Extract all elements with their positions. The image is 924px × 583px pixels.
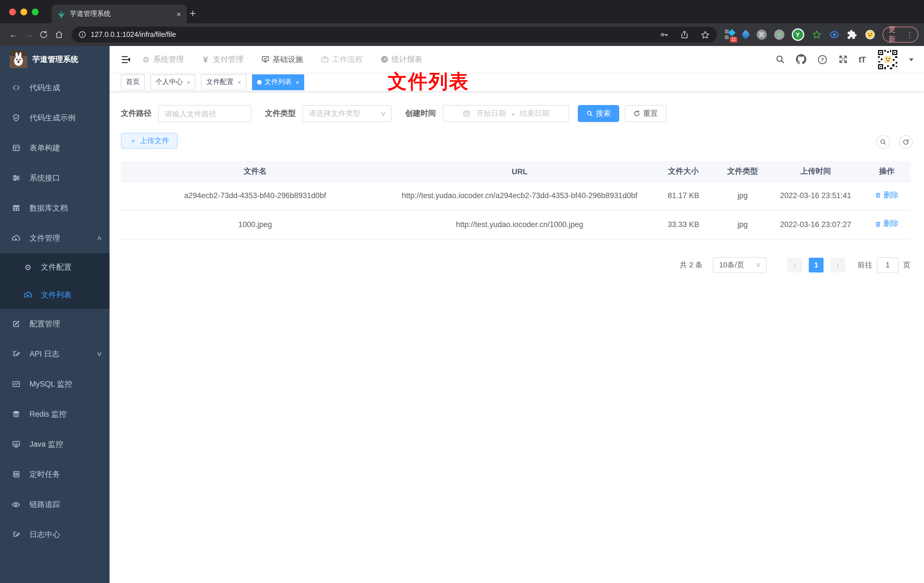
github-icon[interactable] bbox=[796, 54, 807, 65]
extensions-puzzle-icon[interactable] bbox=[846, 30, 857, 40]
tab-close-icon[interactable]: × bbox=[177, 9, 181, 18]
tag-label: 文件列表 bbox=[264, 77, 292, 87]
log-edit-icon bbox=[12, 530, 20, 539]
sidebar-item-db-doc[interactable]: 数据库文档 bbox=[0, 193, 109, 223]
extension-kite-icon[interactable] bbox=[741, 30, 750, 40]
bookmark-star-icon[interactable] bbox=[700, 30, 710, 40]
sidebar-item-code-gen-demo[interactable]: 代码生成示例 bbox=[0, 103, 109, 133]
browser-menu-dots-icon[interactable]: ⋮ bbox=[906, 30, 913, 39]
sidebar-item-file-management[interactable]: 文件管理 ∧ bbox=[0, 223, 109, 253]
sidebar-item-redis-monitor[interactable]: Redis 监控 bbox=[0, 399, 109, 429]
top-menu-reports[interactable]: 统计报表 bbox=[380, 54, 422, 64]
forward-icon[interactable]: → bbox=[21, 30, 36, 40]
cell-upload-time: 2022-03-16 23:07:27 bbox=[768, 211, 863, 239]
minimize-window-button[interactable] bbox=[20, 8, 27, 15]
prev-page-icon[interactable]: ‹ bbox=[787, 258, 802, 273]
sidebar-item-label: 文件配置 bbox=[41, 262, 71, 272]
delete-button[interactable]: 删除 bbox=[875, 218, 899, 230]
extension-star-icon[interactable] bbox=[811, 30, 822, 40]
sidebar-item-file-config[interactable]: ⚙ 文件配置 bbox=[0, 253, 109, 281]
home-icon[interactable] bbox=[52, 30, 67, 39]
window-controls bbox=[9, 8, 39, 15]
new-tab-button[interactable]: ＋ bbox=[187, 7, 198, 18]
search-icon[interactable] bbox=[775, 55, 785, 64]
avatar-caret-icon[interactable]: ▾ bbox=[909, 56, 914, 63]
close-window-button[interactable] bbox=[9, 8, 16, 15]
toggle-search-icon[interactable] bbox=[876, 135, 890, 149]
avatar[interactable] bbox=[876, 48, 899, 71]
reload-icon[interactable] bbox=[36, 30, 52, 39]
goto-page-input[interactable] bbox=[877, 257, 898, 273]
back-icon[interactable]: ← bbox=[6, 30, 21, 40]
address-bar[interactable]: 127.0.0.1:1024/infra/file/file bbox=[71, 27, 716, 43]
fullscreen-icon[interactable] bbox=[838, 55, 848, 64]
cloud-upload-icon bbox=[23, 291, 32, 299]
chart-icon bbox=[12, 380, 20, 388]
top-menu-infrastructure[interactable]: 基础设施 bbox=[261, 54, 303, 64]
sidebar-item-system-api[interactable]: 系统接口 bbox=[0, 163, 109, 193]
help-icon[interactable]: ? bbox=[817, 54, 828, 64]
logo-rabbit-image bbox=[10, 51, 27, 68]
chevron-down-icon: ∨ bbox=[96, 350, 103, 358]
delete-button[interactable]: 删除 bbox=[875, 190, 899, 201]
sidebar-item-code-gen[interactable]: 代码生成 bbox=[0, 73, 109, 103]
page-number-button[interactable]: 1 bbox=[809, 258, 823, 273]
sidebar-item-form-builder[interactable]: 表单构建 bbox=[0, 133, 109, 163]
zoom-window-button[interactable] bbox=[32, 8, 39, 15]
monitor-bars-icon bbox=[12, 440, 20, 449]
tag-file-config[interactable]: 文件配置 × bbox=[201, 74, 246, 90]
refresh-icon[interactable] bbox=[899, 135, 912, 149]
extension-green-dot-icon[interactable] bbox=[774, 30, 784, 40]
sidebar-item-java-monitor[interactable]: Java 监控 bbox=[0, 429, 109, 459]
sidebar-item-config-management[interactable]: 配置管理 bbox=[0, 309, 109, 339]
right-toolbar bbox=[876, 135, 912, 149]
sidebar-item-log-center[interactable]: 日志中心 bbox=[0, 519, 109, 550]
sidebar-item-label: 表单构建 bbox=[30, 143, 60, 153]
file-path-label: 文件路径 bbox=[121, 109, 152, 119]
tag-file-list[interactable]: 文件列表 × bbox=[252, 74, 305, 90]
upload-file-button[interactable]: ＋ 上传文件 bbox=[121, 133, 178, 149]
search-button[interactable]: 搜索 bbox=[578, 105, 619, 122]
date-range-picker[interactable]: 开始日期 - 结束日期 bbox=[443, 105, 569, 122]
tag-close-icon[interactable]: × bbox=[187, 79, 190, 86]
extension-y-icon[interactable]: Y bbox=[792, 28, 804, 41]
update-label: 更新 bbox=[889, 25, 903, 44]
chevron-down-icon: ∨ bbox=[380, 110, 386, 117]
profile-emoji-icon[interactable] bbox=[864, 29, 876, 40]
tag-profile[interactable]: 个人中心 × bbox=[150, 74, 196, 90]
sidebar-item-label: 链路追踪 bbox=[30, 499, 60, 509]
top-menu-payment[interactable]: ¥ 支付管理 bbox=[201, 54, 244, 64]
file-path-input[interactable] bbox=[158, 105, 251, 122]
page-size-value: 10条/页 bbox=[719, 260, 744, 270]
site-info-icon[interactable] bbox=[78, 31, 86, 39]
file-type-select[interactable]: 请选择文件类型 ∨ bbox=[302, 105, 392, 122]
top-menu-label: 系统管理 bbox=[153, 54, 184, 64]
tag-home[interactable]: 首页 bbox=[121, 74, 145, 90]
page-size-select[interactable]: 10条/页 ∨ bbox=[713, 257, 767, 273]
sidebar-item-label: Java 监控 bbox=[30, 439, 63, 449]
sidebar-item-scheduled-tasks[interactable]: 定时任务 bbox=[0, 459, 109, 489]
top-menu-system[interactable]: ⚙ 系统管理 bbox=[141, 54, 184, 64]
sidebar-item-tracing[interactable]: 链路追踪 bbox=[0, 489, 109, 519]
sidebar-item-mysql-monitor[interactable]: MySQL 监控 bbox=[0, 369, 109, 399]
extension-eye-icon[interactable] bbox=[829, 30, 839, 40]
browser-tab[interactable]: 芋道管理系统 × bbox=[52, 5, 187, 23]
next-page-icon[interactable]: › bbox=[830, 258, 845, 273]
tag-close-icon[interactable]: × bbox=[296, 79, 299, 86]
extension-badged-icon[interactable]: 11 bbox=[724, 30, 735, 40]
yen-icon: ¥ bbox=[201, 55, 210, 64]
sidebar-item-file-list[interactable]: 文件列表 bbox=[0, 281, 109, 309]
top-menu-workflow[interactable]: 工作流程 bbox=[320, 54, 363, 64]
sidebar-item-api-log[interactable]: API 日志 ∨ bbox=[0, 339, 109, 369]
browser-update-button[interactable]: 更新 ⋮ bbox=[882, 27, 918, 43]
hamburger-icon[interactable] bbox=[121, 54, 131, 64]
extension-command-icon[interactable]: ⌘ bbox=[756, 30, 767, 40]
share-icon[interactable] bbox=[680, 30, 689, 39]
sidebar-logo[interactable]: 芋道管理系统 bbox=[0, 46, 109, 73]
reset-button[interactable]: 重置 bbox=[625, 105, 666, 122]
font-size-icon[interactable]: tT bbox=[859, 55, 866, 64]
password-key-icon[interactable] bbox=[659, 30, 668, 39]
tag-close-icon[interactable]: × bbox=[238, 79, 241, 86]
url-text[interactable]: 127.0.0.1:1024/infra/file/file bbox=[91, 31, 648, 39]
sidebar: 芋道管理系统 代码生成 代码生成示例 表单构建 bbox=[0, 46, 109, 583]
